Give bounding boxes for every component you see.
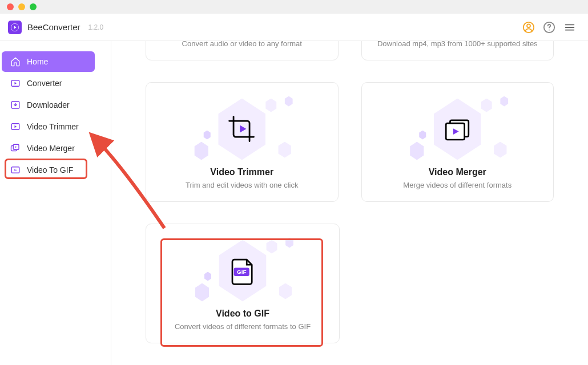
card-title: Video to GIF xyxy=(216,309,269,319)
svg-marker-19 xyxy=(240,125,246,132)
sidebar-item-video-to-gif[interactable]: G Video To GIF xyxy=(2,160,95,180)
stack-icon xyxy=(440,112,474,147)
sidebar: Home Converter Downloader Video Trimmer … xyxy=(0,41,111,365)
card-video-to-gif[interactable]: GIF Video to GIF Convert videos of diffe… xyxy=(146,224,340,343)
card-desc: Convert videos of different formats to G… xyxy=(175,322,311,331)
card-video-merger[interactable]: Video Merger Merge videos of different f… xyxy=(361,82,554,202)
window-titlebar xyxy=(0,0,588,14)
sidebar-item-label: Video Trimmer xyxy=(27,122,79,131)
svg-point-3 xyxy=(527,24,530,27)
svg-text:G: G xyxy=(14,168,17,172)
sidebar-item-label: Converter xyxy=(27,79,62,88)
menu-button[interactable] xyxy=(559,17,580,38)
svg-marker-1 xyxy=(14,26,17,29)
card-desc: Trim and edit videos with one click xyxy=(186,181,299,189)
minimize-window-button[interactable] xyxy=(18,3,25,10)
card-desc: Merge videos of different formats xyxy=(403,181,512,189)
sidebar-item-converter[interactable]: Converter xyxy=(2,73,95,94)
hamburger-icon xyxy=(563,21,576,34)
profile-button[interactable] xyxy=(518,17,539,38)
card-title: Video Merger xyxy=(429,167,486,177)
sidebar-item-label: Video To GIF xyxy=(27,165,73,175)
svg-point-5 xyxy=(549,29,550,30)
home-icon xyxy=(10,56,21,67)
help-icon xyxy=(543,21,555,34)
svg-marker-13 xyxy=(15,125,17,128)
merger-icon xyxy=(10,143,21,154)
svg-text:GIF: GIF xyxy=(237,269,246,275)
gif-icon: G xyxy=(10,164,21,176)
sidebar-item-label: Home xyxy=(27,57,48,66)
card-icon xyxy=(412,95,503,164)
app-version: 1.2.0 xyxy=(88,23,104,31)
sidebar-item-label: Downloader xyxy=(27,100,70,110)
close-window-button[interactable] xyxy=(7,3,14,10)
card-converter[interactable]: Convert audio or video to any format xyxy=(146,41,339,60)
card-video-trimmer[interactable]: Video Trimmer Trim and edit videos with … xyxy=(146,82,339,202)
help-button[interactable] xyxy=(539,17,559,38)
sidebar-item-trimmer[interactable]: Video Trimmer xyxy=(2,116,95,137)
main-content: Convert audio or video to any format Dow… xyxy=(111,41,588,365)
card-desc: Convert audio or video to any format xyxy=(182,41,302,48)
maximize-window-button[interactable] xyxy=(30,3,37,10)
card-title: Video Trimmer xyxy=(210,167,273,177)
app-name: BeeConverter xyxy=(27,22,80,32)
card-downloader[interactable]: Download mp4, mp3 from 1000+ supported s… xyxy=(361,41,554,60)
card-desc: Download mp4, mp3 from 1000+ supported s… xyxy=(377,41,538,48)
profile-icon xyxy=(522,21,535,34)
trimmer-icon xyxy=(10,121,21,132)
sidebar-item-home[interactable]: Home xyxy=(2,51,95,72)
app-logo xyxy=(8,21,22,34)
gif-file-icon: GIF xyxy=(225,254,260,288)
converter-icon xyxy=(10,78,21,89)
app-header: BeeConverter 1.2.0 xyxy=(0,14,588,41)
card-icon xyxy=(196,95,288,164)
download-icon xyxy=(10,99,21,111)
crop-icon xyxy=(225,112,259,147)
sidebar-item-downloader[interactable]: Downloader xyxy=(2,95,95,115)
sidebar-item-label: Video Merger xyxy=(27,144,75,153)
card-icon: GIF xyxy=(197,237,288,305)
svg-marker-10 xyxy=(15,82,17,85)
sidebar-item-merger[interactable]: Video Merger xyxy=(2,138,95,159)
